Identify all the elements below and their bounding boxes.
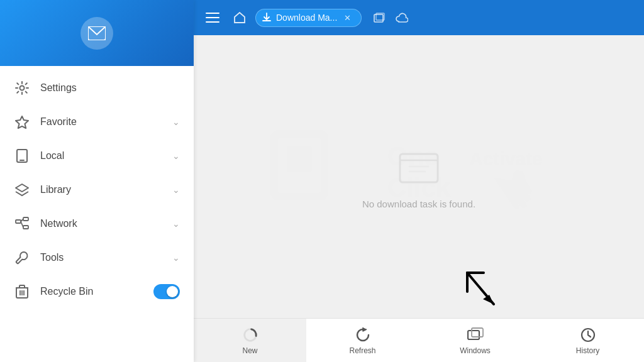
sidebar: Settings Favorite ⌄ Local ⌄ xyxy=(0,0,194,362)
menu-button[interactable] xyxy=(201,6,224,29)
cloud-icon-btn[interactable] xyxy=(393,9,411,26)
svg-rect-24 xyxy=(400,154,438,182)
network-icon xyxy=(14,216,30,232)
download-tab[interactable]: Download Ma... ✕ xyxy=(255,9,362,27)
windows-icon xyxy=(374,13,385,23)
home-button[interactable] xyxy=(230,8,249,27)
svg-rect-17 xyxy=(374,14,383,22)
tab-close-button[interactable]: ✕ xyxy=(342,13,352,23)
mail-icon xyxy=(88,26,106,40)
phone-icon xyxy=(14,148,30,164)
topbar-right-icons xyxy=(370,9,411,26)
avatar[interactable] xyxy=(80,17,113,50)
empty-state-icon xyxy=(397,145,441,189)
trash-icon xyxy=(14,283,30,300)
sidebar-nav: Settings Favorite ⌄ Local ⌄ xyxy=(0,66,194,362)
svg-rect-20 xyxy=(287,146,312,172)
windows-stack-icon xyxy=(467,326,484,344)
sidebar-item-local[interactable]: Local ⌄ xyxy=(0,139,194,173)
new-button[interactable]: New xyxy=(194,319,306,362)
wrench-icon xyxy=(14,250,30,266)
chevron-down-icon: ⌄ xyxy=(172,219,180,229)
svg-line-10 xyxy=(21,222,23,228)
refresh-icon xyxy=(354,326,372,344)
recycle-bin-toggle[interactable] xyxy=(153,284,180,299)
home-icon xyxy=(234,12,245,23)
sidebar-item-network[interactable]: Network ⌄ xyxy=(0,207,194,241)
chevron-down-icon: ⌄ xyxy=(172,117,180,127)
svg-text:Activate: Activate xyxy=(469,148,543,169)
gear-icon xyxy=(14,80,30,96)
star-icon xyxy=(14,114,30,130)
main-area: Download Ma... ✕ xyxy=(194,0,644,362)
svg-rect-6 xyxy=(16,220,21,223)
empty-state: No download task is found. xyxy=(362,145,475,209)
svg-rect-13 xyxy=(19,285,25,288)
history-icon xyxy=(579,326,597,344)
svg-marker-5 xyxy=(16,184,28,192)
chevron-down-icon: ⌄ xyxy=(172,185,180,195)
svg-rect-29 xyxy=(468,331,479,339)
topbar: Download Ma... ✕ xyxy=(194,0,644,35)
bottom-toolbar: New Refresh Windows xyxy=(194,318,644,362)
history-button[interactable]: History xyxy=(531,319,644,362)
svg-rect-8 xyxy=(23,226,28,229)
layers-icon xyxy=(14,182,30,198)
chevron-down-icon: ⌄ xyxy=(172,253,180,263)
chevron-down-icon: ⌄ xyxy=(172,151,180,161)
empty-message: No download task is found. xyxy=(362,199,475,209)
svg-marker-2 xyxy=(16,116,28,128)
sidebar-item-library[interactable]: Library ⌄ xyxy=(0,173,194,207)
svg-rect-19 xyxy=(274,134,325,197)
toggle-switch[interactable] xyxy=(153,284,180,299)
refresh-button[interactable]: Refresh xyxy=(306,319,419,362)
svg-point-1 xyxy=(20,86,25,90)
download-icon xyxy=(262,13,271,23)
content-area: One Click Activate No download task is f… xyxy=(194,35,644,318)
svg-rect-30 xyxy=(472,328,483,337)
sidebar-item-favorite[interactable]: Favorite ⌄ xyxy=(0,105,194,139)
svg-rect-7 xyxy=(23,217,28,221)
cloud-icon xyxy=(396,13,408,23)
sidebar-item-tools[interactable]: Tools ⌄ xyxy=(0,241,194,275)
sidebar-item-recycle-bin[interactable]: Recycle Bin xyxy=(0,275,194,309)
windows-icon-btn[interactable] xyxy=(370,9,388,26)
sidebar-item-settings[interactable]: Settings xyxy=(0,71,194,105)
sidebar-header xyxy=(0,0,194,66)
windows-button[interactable]: Windows xyxy=(419,319,531,362)
plus-icon xyxy=(242,326,259,344)
